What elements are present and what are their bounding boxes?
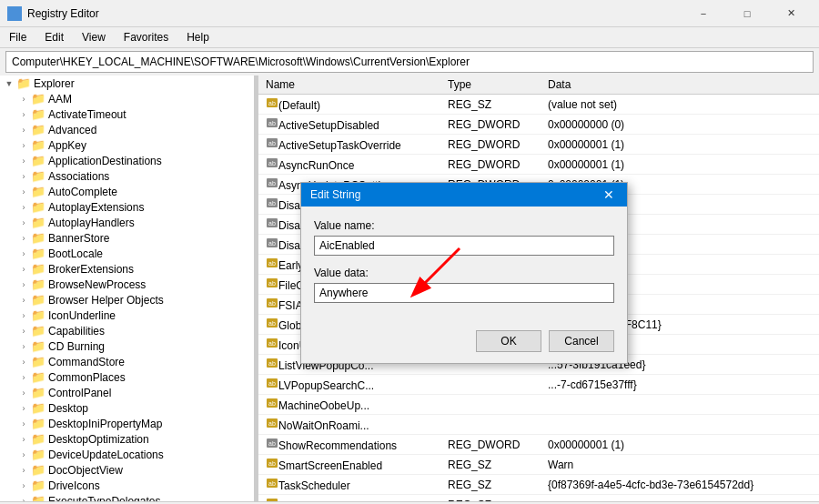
reg-entry-name: ListViewPopupCo...: [278, 359, 374, 372]
menu-edit[interactable]: Edit: [35, 29, 73, 45]
folder-icon: 📁: [31, 308, 46, 322]
tree-item-activatetimeout[interactable]: › 📁 ActivateTimeout: [0, 106, 254, 122]
tree-label: ApplicationDestinations: [48, 155, 162, 167]
expand-icon: ›: [16, 373, 31, 382]
tree-item-autoplayhandlers[interactable]: › 📁 AutoplayHandlers: [0, 215, 254, 230]
tree-label: DocObjectView: [48, 464, 123, 477]
folder-icon: 📁: [31, 185, 46, 198]
reg-entry-data: Warn: [541, 455, 819, 475]
tree-label: AppKey: [48, 139, 86, 152]
table-row[interactable]: abSmartScreenEnabledREG_SZWarn: [258, 455, 819, 475]
tree-item-desktopinipropertymap[interactable]: › 📁 DesktopIniPropertyMap: [0, 416, 254, 431]
svg-rect-2: [9, 15, 14, 19]
tree-item-capabilities[interactable]: › 📁 Capabilities: [0, 323, 254, 338]
tree-item-autocomplete[interactable]: › 📁 AutoComplete: [0, 184, 254, 199]
svg-text:ab: ab: [268, 460, 276, 467]
tree-item-driveicons[interactable]: › 📁 DriveIcons: [0, 478, 254, 493]
menu-view[interactable]: View: [73, 29, 115, 45]
reg-entry-data: 0x00000000 (0): [541, 115, 819, 135]
tree-item-browserhelperobjects[interactable]: › 📁 Browser Helper Objects: [0, 292, 254, 307]
tree-item-commonplaces[interactable]: › 📁 CommonPlaces: [0, 369, 254, 385]
minimize-button[interactable]: −: [682, 4, 724, 24]
folder-icon: 📁: [31, 386, 46, 399]
table-row[interactable]: abAsyncRunOnceREG_DWORD0x00000001 (1): [258, 155, 819, 175]
tree-item-brokerextensions[interactable]: › 📁 BrokerExtensions: [0, 261, 254, 277]
table-row[interactable]: abDisableResolveStoreCategoriesREG_DWORD…: [258, 215, 819, 235]
expand-icon: ›: [16, 435, 31, 444]
menu-favorites[interactable]: Favorites: [115, 29, 177, 45]
reg-entry-type: [440, 255, 541, 275]
table-row[interactable]: abListViewPopupCo......57-3fb191ca1eed}: [258, 355, 819, 375]
col-data: Data: [541, 76, 819, 95]
tree-panel[interactable]: ▼ 📁 Explorer › 📁 AAM › 📁 ActivateTimeout…: [0, 76, 255, 501]
expand-icon: ›: [16, 342, 31, 351]
folder-icon: 📁: [31, 107, 46, 121]
tree-item-executetypedelegates[interactable]: › 📁 ExecuteTypeDelegates: [0, 493, 254, 501]
table-row[interactable]: abShowRecommendationsREG_DWORD0x00000001…: [258, 435, 819, 455]
folder-icon: 📁: [31, 200, 46, 214]
reg-entry-data: 0x00000001 (1): [541, 135, 819, 155]
value-data-input[interactable]: [314, 283, 614, 303]
tree-item-aam[interactable]: › 📁 AAM: [0, 91, 254, 106]
maximize-button[interactable]: □: [726, 4, 768, 24]
reg-entry-name: ActiveSetupTaskOverride: [278, 139, 401, 152]
svg-text:ab: ab: [268, 320, 276, 327]
value-name-input[interactable]: [314, 236, 614, 256]
reg-entry-name: LVPopupSearchC...: [278, 379, 374, 392]
folder-icon: 📁: [31, 401, 46, 415]
reg-entry-type: REG_DWORD: [440, 215, 541, 235]
table-row[interactable]: abActiveSetupDisabledREG_DWORD0x00000000…: [258, 115, 819, 135]
title-bar: Registry Editor − □ ✕: [0, 0, 819, 27]
table-row[interactable]: abDisableAppInstallsOnFirstLogonREG_DWOR…: [258, 195, 819, 215]
svg-text:ab: ab: [268, 200, 276, 207]
tree-item-controlpanel[interactable]: › 📁 ControlPanel: [0, 385, 254, 400]
tree-item-bannerstore[interactable]: › 📁 BannerStore: [0, 230, 254, 246]
tree-item-autoplayextensions[interactable]: › 📁 AutoplayExtensions: [0, 199, 254, 215]
table-row[interactable]: abMachineOobeUp...: [258, 395, 819, 415]
menu-file[interactable]: File: [0, 29, 35, 45]
reg-entry-name: NoWaitOnRoami...: [278, 419, 369, 432]
reg-entry-name: GlobalFolderSetti...: [278, 319, 372, 332]
table-row[interactable]: abAsyncUpdatePCSettingsREG_DWORD0x000000…: [258, 175, 819, 195]
reg-entry-type: REG_DWORD: [440, 115, 541, 135]
table-row[interactable]: abNoWaitOnRoami...: [258, 415, 819, 435]
table-row[interactable]: ab(Default)REG_SZ(value not set): [258, 95, 819, 115]
tree-item-appkey[interactable]: › 📁 AppKey: [0, 137, 254, 153]
cancel-button[interactable]: Cancel: [549, 330, 614, 352]
tree-item-desktop[interactable]: › 📁 Desktop: [0, 400, 254, 416]
tree-item-appdestinations[interactable]: › 📁 ApplicationDestinations: [0, 153, 254, 168]
dialog-close-button[interactable]: ✕: [600, 188, 618, 201]
tree-item-browsenewprocess[interactable]: › 📁 BrowseNewProcess: [0, 277, 254, 292]
tree-label: AutoplayExtensions: [48, 201, 144, 214]
table-row[interactable]: abEarlyAppResolver...: [258, 255, 819, 275]
menu-help[interactable]: Help: [177, 29, 218, 45]
reg-entry-name: SmartScreenEnabled: [278, 459, 382, 472]
tree-item-desktopoptimization[interactable]: › 📁 DesktopOptimization: [0, 431, 254, 447]
table-row[interactable]: abTaskSchedulerREG_SZ{0f87369f-a4e5-4cfc…: [258, 475, 819, 495]
table-row[interactable]: abAicEnabledREG_SZ: [258, 495, 819, 502]
tree-item-iconunderline[interactable]: › 📁 IconUnderline: [0, 307, 254, 323]
address-bar[interactable]: Computer\HKEY_LOCAL_MACHINE\SOFTWARE\Mic…: [5, 51, 814, 73]
tree-item-bootlocale[interactable]: › 📁 BootLocale: [0, 246, 254, 261]
folder-icon: 📁: [31, 231, 46, 245]
svg-text:ab: ab: [268, 140, 276, 146]
expand-icon: ›: [16, 497, 31, 502]
folder-icon: 📁: [31, 494, 46, 501]
table-row[interactable]: abLVPopupSearchC......-7-cd6715e37fff}: [258, 375, 819, 395]
folder-icon: 📁: [31, 216, 46, 229]
tree-item-associations[interactable]: › 📁 Associations: [0, 168, 254, 184]
tree-item-docobjectview[interactable]: › 📁 DocObjectView: [0, 462, 254, 478]
tree-label: BannerStore: [48, 232, 109, 245]
table-row[interactable]: abActiveSetupTaskOverrideREG_DWORD0x0000…: [258, 135, 819, 155]
close-button[interactable]: ✕: [770, 4, 812, 24]
expand-icon: ›: [16, 450, 31, 459]
tree-label: BrowseNewProcess: [48, 278, 146, 291]
reg-entry-type: REG_DWORD: [440, 435, 541, 455]
ok-button[interactable]: OK: [476, 330, 541, 352]
folder-icon: 📁: [31, 262, 46, 276]
tree-item-deviceupdatelocations[interactable]: › 📁 DeviceUpdateLocations: [0, 447, 254, 462]
tree-item-cdburning[interactable]: › 📁 CD Burning: [0, 338, 254, 354]
tree-item-commandstore[interactable]: › 📁 CommandStore: [0, 354, 254, 369]
tree-root-explorer[interactable]: ▼ 📁 Explorer: [0, 76, 254, 91]
tree-item-advanced[interactable]: › 📁 Advanced: [0, 122, 254, 137]
